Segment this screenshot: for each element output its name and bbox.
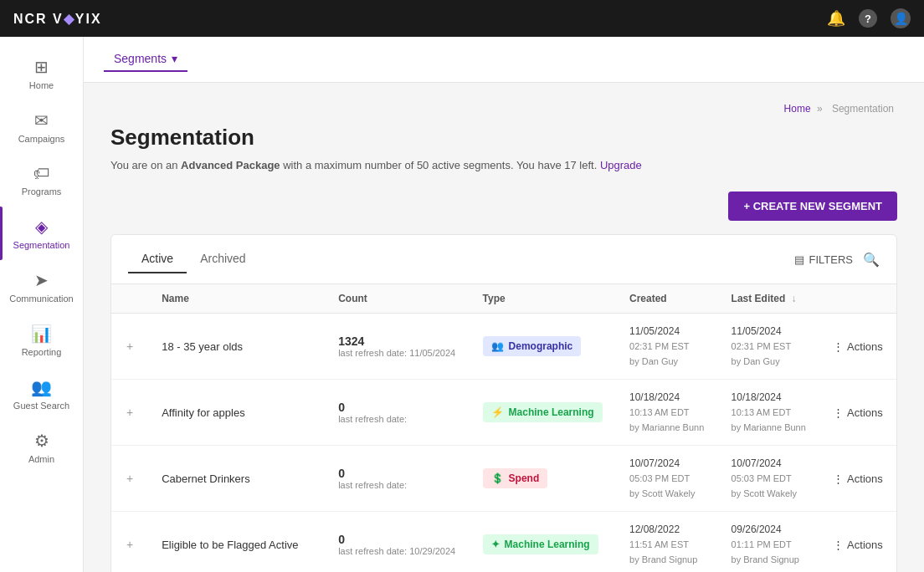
filters-button[interactable]: ▤ FILTERS	[794, 253, 854, 266]
type-label: Machine Learning	[509, 406, 594, 418]
actions-cell: ⋮ Actions	[819, 314, 896, 380]
col-type[interactable]: Type	[470, 284, 616, 314]
help-icon[interactable]: ?	[859, 9, 877, 28]
created-cell: 10/07/202405:03 PM EDTby Scott Wakely	[616, 446, 718, 512]
sidebar-item-home[interactable]: ⊞ Home	[0, 47, 83, 100]
count-cell: 0 last refresh date:	[325, 446, 469, 512]
sidebar-item-reporting[interactable]: 📊 Reporting	[0, 314, 83, 367]
sidebar-item-guest-search[interactable]: 👥 Guest Search	[0, 367, 83, 421]
count-cell: 0 last refresh date: 10/29/2024	[325, 512, 469, 573]
count-sub: last refresh date: 11/05/2024	[338, 348, 455, 358]
type-icon: 👥	[491, 340, 504, 352]
page-title: Segmentation	[110, 125, 897, 151]
guest-search-icon: 👥	[31, 377, 52, 397]
actions-button[interactable]: ⋮ Actions	[833, 472, 883, 485]
col-actions	[819, 284, 896, 314]
type-label: Machine Learning	[505, 539, 590, 550]
table-body: + 18 - 35 year olds 1324 last refresh da…	[111, 314, 896, 573]
sidebar-item-segmentation[interactable]: ◈ Segmentation	[0, 207, 83, 260]
table-row: + Cabernet Drinkers 0 last refresh date:…	[111, 446, 896, 512]
col-last-edited[interactable]: Last Edited ↓	[718, 284, 820, 314]
type-label: Spend	[509, 472, 540, 484]
actions-dots-icon: ⋮	[833, 340, 844, 353]
created-cell: 11/05/202402:31 PM ESTby Dan Guy	[616, 314, 718, 380]
col-expand	[111, 284, 148, 314]
created-cell: 12/08/202211:51 AM ESTby Brand Signup	[616, 512, 718, 573]
actions-label: Actions	[847, 340, 883, 353]
top-nav-icons: 🔔 ? 👤	[827, 8, 911, 28]
breadcrumb: Home » Segmentation	[110, 103, 897, 115]
name-cell: 18 - 35 year olds	[148, 314, 325, 380]
tab-archived[interactable]: Archived	[187, 245, 259, 273]
table-row: + Affinity for apples 0 last refresh dat…	[111, 380, 896, 446]
segment-name[interactable]: 18 - 35 year olds	[162, 340, 243, 353]
count-sub: last refresh date:	[338, 414, 455, 424]
edited-cell: 10/07/202405:03 PM EDTby Scott Wakely	[718, 446, 820, 512]
type-cell: 💲 Spend	[470, 446, 616, 512]
app-logo: NCR V◆YIX	[13, 11, 102, 27]
name-cell: Affinity for apples	[148, 380, 325, 446]
segment-name[interactable]: Eligible to be Flagged Active	[162, 539, 298, 551]
create-segment-button[interactable]: + CREATE NEW SEGMENT	[728, 192, 897, 221]
col-count[interactable]: Count	[325, 284, 469, 314]
sidebar-label-communication: Communication	[9, 294, 73, 304]
count-sub: last refresh date: 10/29/2024	[338, 546, 455, 556]
table-row: + 18 - 35 year olds 1324 last refresh da…	[111, 314, 896, 380]
top-navigation: NCR V◆YIX 🔔 ? 👤	[0, 0, 924, 37]
filter-icon: ▤	[794, 253, 804, 266]
actions-button[interactable]: ⋮ Actions	[833, 340, 883, 353]
expand-button[interactable]: +	[125, 536, 135, 553]
upgrade-link[interactable]: Upgrade	[600, 159, 642, 171]
type-icon: 💲	[491, 472, 504, 484]
sidebar-item-programs[interactable]: 🏷 Programs	[0, 154, 83, 207]
name-cell: Eligible to be Flagged Active	[148, 512, 325, 573]
expand-button[interactable]: +	[125, 470, 135, 487]
sort-icon: ↓	[792, 293, 797, 304]
count-value: 0	[338, 467, 455, 480]
user-icon[interactable]: 👤	[891, 8, 911, 28]
segment-name[interactable]: Cabernet Drinkers	[162, 472, 250, 485]
type-cell: ✦ Machine Learning	[470, 512, 616, 573]
segment-name[interactable]: Affinity for apples	[162, 406, 244, 419]
expand-button[interactable]: +	[125, 338, 135, 355]
col-created[interactable]: Created	[616, 284, 718, 314]
count-cell: 0 last refresh date:	[325, 380, 469, 446]
actions-cell: ⋮ Actions	[819, 446, 896, 512]
table-tabs-row: Active Archived ▤ FILTERS 🔍	[111, 235, 896, 284]
tab-active[interactable]: Active	[128, 245, 187, 273]
edited-date: 11/05/202402:31 PM ESTby Dan Guy	[732, 324, 807, 369]
segments-tab[interactable]: Segments ▾	[104, 47, 187, 72]
table-tabs: Active Archived	[128, 245, 259, 273]
sidebar-item-communication[interactable]: ➤ Communication	[0, 260, 83, 314]
sidebar-item-admin[interactable]: ⚙ Admin	[0, 421, 83, 474]
expand-cell: +	[111, 314, 148, 380]
info-package: Advanced Package	[181, 159, 280, 171]
breadcrumb-home[interactable]: Home	[784, 103, 811, 115]
programs-icon: 🏷	[33, 164, 50, 183]
actions-button[interactable]: ⋮ Actions	[833, 406, 883, 419]
notifications-icon[interactable]: 🔔	[827, 9, 845, 28]
edited-cell: 11/05/202402:31 PM ESTby Dan Guy	[718, 314, 820, 380]
info-middle: with a maximum number of 50 active segme…	[280, 159, 600, 171]
segmentation-icon: ◈	[35, 217, 48, 237]
expand-button[interactable]: +	[125, 404, 135, 421]
expand-cell: +	[111, 446, 148, 512]
table-header: Name Count Type Created Last Edited ↓	[111, 284, 896, 314]
filters-label: FILTERS	[809, 253, 854, 266]
info-prefix: You are on an	[110, 159, 181, 171]
actions-button[interactable]: ⋮ Actions	[833, 539, 883, 551]
actions-cell: ⋮ Actions	[819, 380, 896, 446]
segments-dropdown-icon[interactable]: ▾	[172, 52, 177, 65]
search-icon[interactable]: 🔍	[863, 252, 880, 268]
actions-cell: ⋮ Actions	[819, 512, 896, 573]
type-badge: ⚡ Machine Learning	[483, 402, 603, 422]
sidebar-label-programs: Programs	[22, 186, 62, 197]
actions-dots-icon: ⋮	[833, 472, 844, 485]
count-value: 1324	[338, 335, 455, 348]
type-icon: ⚡	[491, 406, 504, 418]
main-content: Segments ▾ Home » Segmentation Segmentat…	[84, 37, 924, 572]
sidebar-item-campaigns[interactable]: ✉ Campaigns	[0, 100, 83, 154]
sidebar: ⊞ Home ✉ Campaigns 🏷 Programs ◈ Segmenta…	[0, 37, 84, 572]
col-name[interactable]: Name	[148, 284, 325, 314]
actions-dots-icon: ⋮	[833, 539, 844, 551]
